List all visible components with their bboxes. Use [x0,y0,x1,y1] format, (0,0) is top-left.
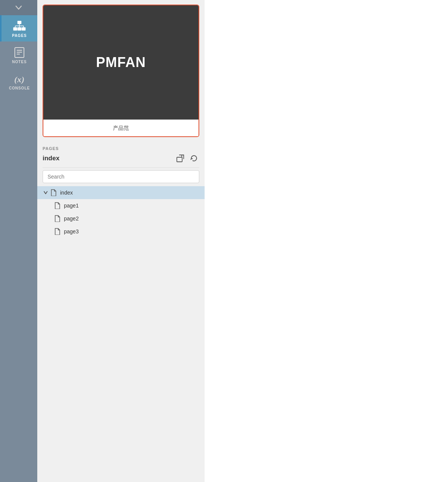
sidebar-item-console[interactable]: (x) CONSOLE [0,68,37,94]
tree-item-index-label: index [60,190,73,196]
svg-rect-14 [177,157,182,162]
pages-header-label: PAGES [43,146,199,151]
icon-sidebar: PAGES NOTES (x) CONSOLE [0,0,37,482]
tree-item-page2[interactable]: page2 [37,212,205,225]
page-tree: index page1 page2 [37,186,205,238]
tree-item-page3[interactable]: page3 [37,225,205,238]
export-page-button[interactable] [175,153,186,164]
search-input[interactable] [43,170,199,183]
project-subtitle: 产品范 [43,120,199,136]
pages-row-icons [175,153,199,164]
file-icon [54,228,61,235]
sidebar-notes-label: NOTES [12,60,27,64]
current-page-name: index [43,155,59,162]
tree-item-page1-label: page1 [64,203,79,209]
sidebar-item-notes[interactable]: NOTES [0,41,37,68]
svg-rect-1 [13,27,17,30]
content-area [205,0,448,482]
tree-item-page1[interactable]: page1 [37,199,205,212]
project-card-wrapper: PMFAN 产品范 [37,0,205,142]
tree-item-index[interactable]: index [37,186,205,199]
file-icon [54,202,61,209]
project-card-thumbnail: PMFAN [43,5,199,120]
sidebar-console-label: CONSOLE [9,86,30,90]
svg-rect-2 [17,27,21,30]
tree-item-page2-label: page2 [64,215,79,222]
sidebar-item-pages[interactable]: PAGES [0,15,37,41]
refresh-page-button[interactable] [189,153,199,164]
pages-row: index [43,153,199,164]
file-icon [54,215,61,222]
sidebar-collapse-button[interactable] [0,0,37,15]
svg-rect-3 [22,27,25,30]
tree-item-page3-label: page3 [64,228,79,235]
chevron-down-icon [43,190,49,196]
project-title: PMFAN [96,54,146,70]
project-card[interactable]: PMFAN 产品范 [43,5,199,137]
sidebar-pages-label: PAGES [12,34,27,38]
svg-rect-0 [17,21,21,24]
search-container [37,168,205,183]
file-icon [50,189,57,196]
main-panel: PMFAN 产品范 PAGES index [37,0,205,482]
svg-text:(x): (x) [14,75,24,84]
pages-section: PAGES index [37,142,205,168]
